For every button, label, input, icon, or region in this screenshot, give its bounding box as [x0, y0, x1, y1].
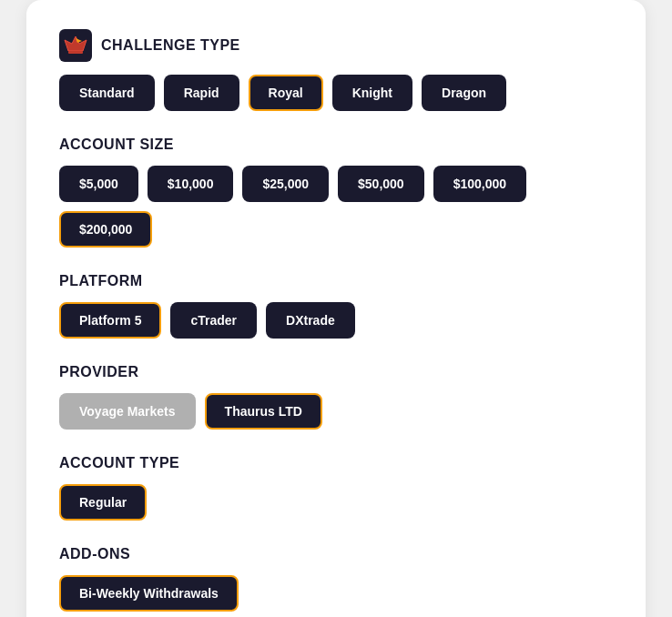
provider-header: Provider	[59, 364, 613, 380]
btn-dxtrade[interactable]: DXtrade	[266, 302, 355, 339]
platform-section: Platform Platform 5cTraderDXtrade	[59, 273, 613, 339]
btn-ctrader[interactable]: cTrader	[170, 302, 257, 339]
btn-50000[interactable]: $50,000	[338, 166, 424, 202]
btn-thaurus[interactable]: Thaurus LTD	[205, 393, 322, 430]
challenge-type-title: Challenge Type	[101, 37, 240, 54]
account-type-title: Account Type	[59, 455, 179, 471]
btn-5000[interactable]: $5,000	[59, 166, 138, 202]
provider-section: Provider Voyage MarketsThaurus LTD	[59, 364, 613, 430]
btn-biweekly[interactable]: Bi-Weekly Withdrawals	[59, 575, 239, 612]
account-size-title: Account Size	[59, 137, 174, 153]
account-type-options: Regular	[59, 484, 613, 521]
addons-section: Add-Ons Bi-Weekly Withdrawals	[59, 546, 613, 612]
provider-title: Provider	[59, 364, 139, 380]
btn-platform5[interactable]: Platform 5	[59, 302, 161, 339]
btn-200000[interactable]: $200,000	[59, 211, 152, 248]
challenge-type-section: Challenge Type StandardRapidRoyalKnightD…	[59, 29, 613, 111]
account-type-section: Account Type Regular	[59, 455, 613, 521]
platform-options: Platform 5cTraderDXtrade	[59, 302, 613, 339]
main-card: Challenge Type StandardRapidRoyalKnightD…	[26, 0, 646, 617]
platform-title: Platform	[59, 273, 143, 289]
btn-voyage: Voyage Markets	[59, 393, 196, 430]
provider-options: Voyage MarketsThaurus LTD	[59, 393, 613, 430]
addons-header: Add-Ons	[59, 546, 613, 562]
addons-options: Bi-Weekly Withdrawals	[59, 575, 613, 612]
account-type-header: Account Type	[59, 455, 613, 471]
challenge-type-options: StandardRapidRoyalKnightDragon	[59, 75, 613, 111]
btn-25000[interactable]: $25,000	[242, 166, 329, 202]
account-size-section: Account Size $5,000$10,000$25,000$50,000…	[59, 137, 613, 248]
account-size-header: Account Size	[59, 137, 613, 153]
btn-100000[interactable]: $100,000	[433, 166, 526, 202]
btn-rapid[interactable]: Rapid	[164, 75, 239, 111]
btn-dragon[interactable]: Dragon	[422, 75, 506, 111]
btn-10000[interactable]: $10,000	[148, 166, 234, 202]
btn-royal[interactable]: Royal	[249, 75, 323, 111]
btn-knight[interactable]: Knight	[332, 75, 412, 111]
btn-regular[interactable]: Regular	[59, 484, 147, 521]
platform-header: Platform	[59, 273, 613, 289]
addons-title: Add-Ons	[59, 546, 130, 562]
challenge-type-header: Challenge Type	[59, 29, 613, 62]
btn-standard[interactable]: Standard	[59, 75, 155, 111]
crown-icon	[59, 29, 92, 62]
account-size-options: $5,000$10,000$25,000$50,000$100,000$200,…	[59, 166, 613, 248]
svg-rect-2	[68, 51, 83, 54]
